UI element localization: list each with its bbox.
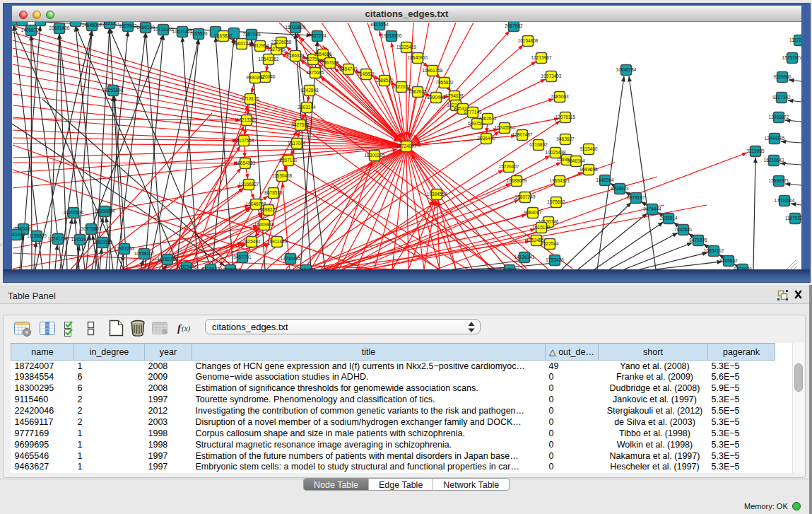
svg-text:30975867: 30975867 xyxy=(81,226,102,231)
svg-text:1975692: 1975692 xyxy=(547,199,565,204)
svg-text:3911444: 3911444 xyxy=(12,232,25,237)
svg-text:16107554: 16107554 xyxy=(234,138,254,143)
svg-text:9457791: 9457791 xyxy=(233,255,252,259)
svg-text:(x): (x) xyxy=(182,324,191,333)
svg-text:2087682: 2087682 xyxy=(505,23,523,28)
svg-text:2718176: 2718176 xyxy=(241,96,259,101)
svg-text:8186328: 8186328 xyxy=(286,53,305,58)
svg-text:8990448: 8990448 xyxy=(427,95,445,100)
svg-text:7462612: 7462612 xyxy=(478,116,497,121)
svg-text:18640910: 18640910 xyxy=(408,55,428,60)
svg-text:9084067: 9084067 xyxy=(524,210,542,215)
svg-text:9245652: 9245652 xyxy=(719,258,738,263)
svg-text:8660124: 8660124 xyxy=(233,41,251,46)
svg-text:9474444: 9474444 xyxy=(643,206,661,211)
svg-text:11172524: 11172524 xyxy=(789,37,801,42)
svg-text:8912954: 8912954 xyxy=(251,43,269,48)
svg-text:10688609: 10688609 xyxy=(507,178,527,183)
svg-text:12213389: 12213389 xyxy=(237,117,257,122)
svg-text:10719155: 10719155 xyxy=(153,27,174,32)
svg-text:19654321: 19654321 xyxy=(550,178,570,183)
svg-text:18300295: 18300295 xyxy=(365,153,385,158)
svg-text:2867608: 2867608 xyxy=(321,60,339,65)
svg-text:18807249: 18807249 xyxy=(515,194,536,199)
svg-text:12093872: 12093872 xyxy=(769,115,789,119)
svg-text:8678533: 8678533 xyxy=(264,190,283,195)
svg-text:9846364: 9846364 xyxy=(567,158,585,163)
svg-text:17164855: 17164855 xyxy=(296,267,317,269)
svg-text:12323448: 12323448 xyxy=(177,264,197,269)
svg-text:14136152: 14136152 xyxy=(500,267,520,269)
svg-text:10648784: 10648784 xyxy=(616,67,637,72)
svg-text:7955822: 7955822 xyxy=(435,80,454,85)
svg-text:12444195: 12444195 xyxy=(765,136,785,141)
svg-text:17016504: 17016504 xyxy=(775,198,795,203)
svg-text:8267130: 8267130 xyxy=(279,158,298,163)
svg-text:9329966: 9329966 xyxy=(773,74,792,79)
svg-text:11530408: 11530408 xyxy=(272,173,293,178)
svg-text:1145193: 1145193 xyxy=(71,237,89,242)
svg-text:14136141: 14136141 xyxy=(514,255,535,259)
svg-text:2935514: 2935514 xyxy=(659,216,678,221)
svg-text:8454749: 8454749 xyxy=(339,66,358,71)
svg-text:23226058: 23226058 xyxy=(271,40,292,45)
svg-text:10154808: 10154808 xyxy=(518,38,539,43)
svg-text:19384554: 19384554 xyxy=(427,192,447,197)
svg-text:7515526: 7515526 xyxy=(189,31,208,36)
svg-text:9427552: 9427552 xyxy=(291,122,310,127)
svg-text:7163822: 7163822 xyxy=(214,33,233,38)
svg-text:3875685: 3875685 xyxy=(306,70,324,75)
svg-text:19654983: 19654983 xyxy=(235,160,256,165)
svg-text:16210643: 16210643 xyxy=(764,158,784,163)
svg-text:15751074: 15751074 xyxy=(782,55,801,60)
svg-text:12975115: 12975115 xyxy=(555,115,576,119)
svg-text:9146821: 9146821 xyxy=(357,71,375,76)
svg-text:10835091: 10835091 xyxy=(220,267,241,269)
svg-text:1554686: 1554686 xyxy=(314,52,332,57)
svg-text:6216802: 6216802 xyxy=(529,142,548,147)
svg-text:1588520: 1588520 xyxy=(375,78,394,83)
svg-text:11675331: 11675331 xyxy=(785,216,801,221)
svg-text:6466160: 6466160 xyxy=(136,25,155,30)
svg-text:10543362: 10543362 xyxy=(259,57,279,62)
svg-text:7357208: 7357208 xyxy=(242,32,261,37)
svg-text:9415639: 9415639 xyxy=(734,267,752,269)
svg-text:9242848: 9242848 xyxy=(300,88,319,93)
svg-text:2522544: 2522544 xyxy=(541,241,559,246)
svg-text:19166827: 19166827 xyxy=(239,182,259,187)
svg-text:17957253: 17957253 xyxy=(114,246,135,251)
svg-text:8938923: 8938923 xyxy=(611,186,629,191)
svg-text:1615132: 1615132 xyxy=(532,225,551,230)
svg-text:16961758: 16961758 xyxy=(423,68,443,73)
svg-text:20206536: 20206536 xyxy=(64,210,84,215)
svg-text:9699695: 9699695 xyxy=(579,167,598,172)
svg-text:8471876: 8471876 xyxy=(689,238,707,243)
svg-text:2603144: 2603144 xyxy=(298,105,316,110)
svg-text:9890262: 9890262 xyxy=(246,75,264,80)
svg-text:7357224: 7357224 xyxy=(308,33,326,38)
svg-text:11325419: 11325419 xyxy=(396,45,417,49)
svg-text:15692971: 15692971 xyxy=(769,178,789,183)
svg-text:10654112: 10654112 xyxy=(704,248,724,253)
svg-text:10973493: 10973493 xyxy=(541,74,562,78)
svg-text:6879197: 6879197 xyxy=(627,195,645,200)
svg-text:12242737: 12242737 xyxy=(48,236,69,241)
svg-text:16033809: 16033809 xyxy=(286,25,306,30)
svg-text:7632621: 7632621 xyxy=(674,227,693,232)
svg-text:17359934: 17359934 xyxy=(95,209,115,214)
svg-text:9115460: 9115460 xyxy=(580,146,598,151)
svg-text:9415037: 9415037 xyxy=(201,267,220,269)
svg-text:10653267: 10653267 xyxy=(100,22,120,25)
svg-text:3215955: 3215955 xyxy=(746,148,765,153)
svg-text:10245514: 10245514 xyxy=(495,125,515,130)
svg-text:6794028: 6794028 xyxy=(445,93,464,98)
svg-text:8322037: 8322037 xyxy=(392,84,411,89)
svg-text:10807487: 10807487 xyxy=(512,132,533,137)
svg-text:3698222: 3698222 xyxy=(259,207,278,212)
svg-text:10958107: 10958107 xyxy=(134,251,155,256)
svg-text:20053346: 20053346 xyxy=(103,88,124,93)
svg-text:9117004: 9117004 xyxy=(288,141,306,146)
svg-text:16911449: 16911449 xyxy=(267,239,288,244)
svg-text:11156829: 11156829 xyxy=(27,233,47,238)
svg-text:1527602: 1527602 xyxy=(119,23,137,28)
